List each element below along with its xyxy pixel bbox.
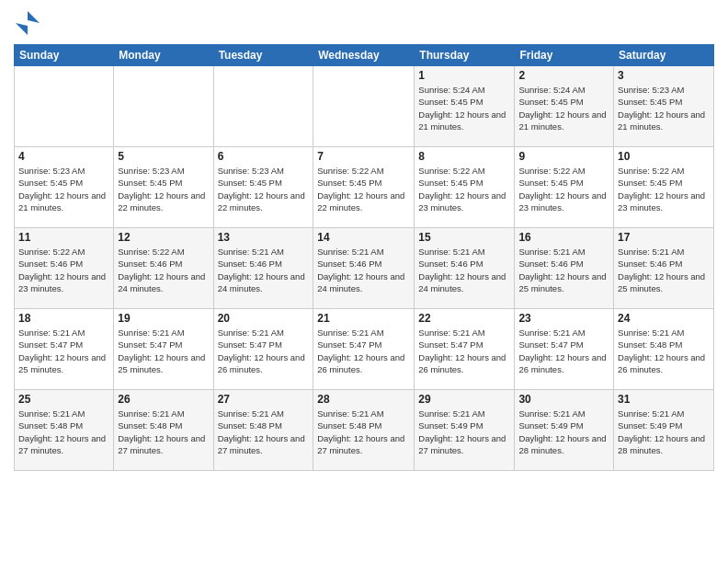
logo-icon: [14, 9, 41, 37]
page: SundayMondayTuesdayWednesdayThursdayFrid…: [0, 0, 728, 563]
day-cell: 26Sunrise: 5:21 AM Sunset: 5:48 PM Dayli…: [114, 390, 213, 471]
day-number: 9: [518, 150, 609, 163]
day-number: 17: [618, 231, 710, 244]
day-number: 7: [317, 150, 410, 163]
day-number: 16: [518, 231, 609, 244]
day-info: Sunrise: 5:23 AM Sunset: 5:45 PM Dayligh…: [18, 165, 109, 213]
week-row-1: 1Sunrise: 5:24 AM Sunset: 5:45 PM Daylig…: [15, 66, 714, 147]
day-number: 30: [518, 393, 609, 406]
day-info: Sunrise: 5:21 AM Sunset: 5:47 PM Dayligh…: [18, 327, 109, 375]
day-info: Sunrise: 5:23 AM Sunset: 5:45 PM Dayligh…: [218, 165, 310, 213]
day-info: Sunrise: 5:21 AM Sunset: 5:48 PM Dayligh…: [118, 408, 209, 456]
day-info: Sunrise: 5:21 AM Sunset: 5:49 PM Dayligh…: [418, 408, 510, 456]
week-row-2: 4Sunrise: 5:23 AM Sunset: 5:45 PM Daylig…: [15, 147, 714, 228]
weekday-friday: Friday: [515, 45, 614, 66]
weekday-wednesday: Wednesday: [313, 45, 415, 66]
week-row-3: 11Sunrise: 5:22 AM Sunset: 5:46 PM Dayli…: [15, 228, 714, 309]
day-number: 26: [118, 393, 209, 406]
day-number: 6: [218, 150, 310, 163]
day-cell: 22Sunrise: 5:21 AM Sunset: 5:47 PM Dayli…: [415, 309, 515, 390]
day-cell: 21Sunrise: 5:21 AM Sunset: 5:47 PM Dayli…: [313, 309, 415, 390]
week-row-5: 25Sunrise: 5:21 AM Sunset: 5:48 PM Dayli…: [15, 390, 714, 471]
day-cell: 6Sunrise: 5:23 AM Sunset: 5:45 PM Daylig…: [213, 147, 313, 228]
day-number: 29: [418, 393, 510, 406]
weekday-monday: Monday: [114, 45, 213, 66]
day-info: Sunrise: 5:24 AM Sunset: 5:45 PM Dayligh…: [518, 84, 609, 132]
day-cell: 25Sunrise: 5:21 AM Sunset: 5:48 PM Dayli…: [15, 390, 114, 471]
day-info: Sunrise: 5:21 AM Sunset: 5:48 PM Dayligh…: [18, 408, 109, 456]
day-cell: 15Sunrise: 5:21 AM Sunset: 5:46 PM Dayli…: [415, 228, 515, 309]
day-number: 8: [418, 150, 510, 163]
day-cell: 8Sunrise: 5:22 AM Sunset: 5:45 PM Daylig…: [415, 147, 515, 228]
day-cell: 11Sunrise: 5:22 AM Sunset: 5:46 PM Dayli…: [15, 228, 114, 309]
day-info: Sunrise: 5:22 AM Sunset: 5:45 PM Dayligh…: [618, 165, 710, 213]
header: [14, 9, 714, 37]
day-info: Sunrise: 5:21 AM Sunset: 5:47 PM Dayligh…: [317, 327, 410, 375]
day-number: 4: [18, 150, 109, 163]
day-cell: 30Sunrise: 5:21 AM Sunset: 5:49 PM Dayli…: [515, 390, 614, 471]
day-info: Sunrise: 5:21 AM Sunset: 5:46 PM Dayligh…: [518, 246, 609, 294]
day-number: 31: [618, 393, 710, 406]
logo: [14, 9, 45, 37]
day-cell: 12Sunrise: 5:22 AM Sunset: 5:46 PM Dayli…: [114, 228, 213, 309]
weekday-saturday: Saturday: [614, 45, 714, 66]
day-cell: 2Sunrise: 5:24 AM Sunset: 5:45 PM Daylig…: [515, 66, 614, 147]
day-info: Sunrise: 5:22 AM Sunset: 5:45 PM Dayligh…: [317, 165, 410, 213]
day-number: 5: [118, 150, 209, 163]
day-info: Sunrise: 5:21 AM Sunset: 5:46 PM Dayligh…: [317, 246, 410, 294]
day-cell: 24Sunrise: 5:21 AM Sunset: 5:48 PM Dayli…: [614, 309, 714, 390]
day-info: Sunrise: 5:22 AM Sunset: 5:46 PM Dayligh…: [118, 246, 209, 294]
day-info: Sunrise: 5:21 AM Sunset: 5:49 PM Dayligh…: [618, 408, 710, 456]
day-cell: 27Sunrise: 5:21 AM Sunset: 5:48 PM Dayli…: [213, 390, 313, 471]
day-cell: 19Sunrise: 5:21 AM Sunset: 5:47 PM Dayli…: [114, 309, 213, 390]
day-info: Sunrise: 5:23 AM Sunset: 5:45 PM Dayligh…: [618, 84, 710, 132]
week-row-4: 18Sunrise: 5:21 AM Sunset: 5:47 PM Dayli…: [15, 309, 714, 390]
day-info: Sunrise: 5:21 AM Sunset: 5:48 PM Dayligh…: [317, 408, 410, 456]
day-cell: 17Sunrise: 5:21 AM Sunset: 5:46 PM Dayli…: [614, 228, 714, 309]
day-number: 15: [418, 231, 510, 244]
day-cell: 23Sunrise: 5:21 AM Sunset: 5:47 PM Dayli…: [515, 309, 614, 390]
day-cell: 1Sunrise: 5:24 AM Sunset: 5:45 PM Daylig…: [415, 66, 515, 147]
day-cell: 3Sunrise: 5:23 AM Sunset: 5:45 PM Daylig…: [614, 66, 714, 147]
day-info: Sunrise: 5:21 AM Sunset: 5:46 PM Dayligh…: [618, 246, 710, 294]
day-info: Sunrise: 5:23 AM Sunset: 5:45 PM Dayligh…: [118, 165, 209, 213]
day-number: 10: [618, 150, 710, 163]
day-cell: 18Sunrise: 5:21 AM Sunset: 5:47 PM Dayli…: [15, 309, 114, 390]
day-number: 23: [518, 312, 609, 325]
weekday-sunday: Sunday: [15, 45, 114, 66]
day-info: Sunrise: 5:21 AM Sunset: 5:47 PM Dayligh…: [218, 327, 310, 375]
day-info: Sunrise: 5:21 AM Sunset: 5:47 PM Dayligh…: [118, 327, 209, 375]
day-cell: 13Sunrise: 5:21 AM Sunset: 5:46 PM Dayli…: [213, 228, 313, 309]
weekday-thursday: Thursday: [415, 45, 515, 66]
day-number: 27: [218, 393, 310, 406]
day-number: 2: [518, 69, 609, 82]
day-cell: 29Sunrise: 5:21 AM Sunset: 5:49 PM Dayli…: [415, 390, 515, 471]
day-number: 12: [118, 231, 209, 244]
day-info: Sunrise: 5:21 AM Sunset: 5:47 PM Dayligh…: [518, 327, 609, 375]
day-cell: 9Sunrise: 5:22 AM Sunset: 5:45 PM Daylig…: [515, 147, 614, 228]
svg-marker-0: [16, 11, 40, 35]
day-info: Sunrise: 5:22 AM Sunset: 5:45 PM Dayligh…: [518, 165, 609, 213]
day-number: 22: [418, 312, 510, 325]
day-info: Sunrise: 5:22 AM Sunset: 5:46 PM Dayligh…: [18, 246, 109, 294]
day-cell: 14Sunrise: 5:21 AM Sunset: 5:46 PM Dayli…: [313, 228, 415, 309]
day-cell: 28Sunrise: 5:21 AM Sunset: 5:48 PM Dayli…: [313, 390, 415, 471]
day-info: Sunrise: 5:24 AM Sunset: 5:45 PM Dayligh…: [418, 84, 510, 132]
day-cell: 16Sunrise: 5:21 AM Sunset: 5:46 PM Dayli…: [515, 228, 614, 309]
day-cell: 4Sunrise: 5:23 AM Sunset: 5:45 PM Daylig…: [15, 147, 114, 228]
day-info: Sunrise: 5:21 AM Sunset: 5:47 PM Dayligh…: [418, 327, 510, 375]
day-number: 11: [18, 231, 109, 244]
day-info: Sunrise: 5:21 AM Sunset: 5:46 PM Dayligh…: [218, 246, 310, 294]
day-cell: [15, 66, 114, 147]
day-number: 24: [618, 312, 710, 325]
day-info: Sunrise: 5:22 AM Sunset: 5:45 PM Dayligh…: [418, 165, 510, 213]
day-number: 25: [18, 393, 109, 406]
day-number: 14: [317, 231, 410, 244]
day-number: 3: [618, 69, 710, 82]
day-cell: [213, 66, 313, 147]
day-info: Sunrise: 5:21 AM Sunset: 5:49 PM Dayligh…: [518, 408, 609, 456]
day-info: Sunrise: 5:21 AM Sunset: 5:48 PM Dayligh…: [218, 408, 310, 456]
day-number: 28: [317, 393, 410, 406]
day-info: Sunrise: 5:21 AM Sunset: 5:48 PM Dayligh…: [618, 327, 710, 375]
day-number: 13: [218, 231, 310, 244]
